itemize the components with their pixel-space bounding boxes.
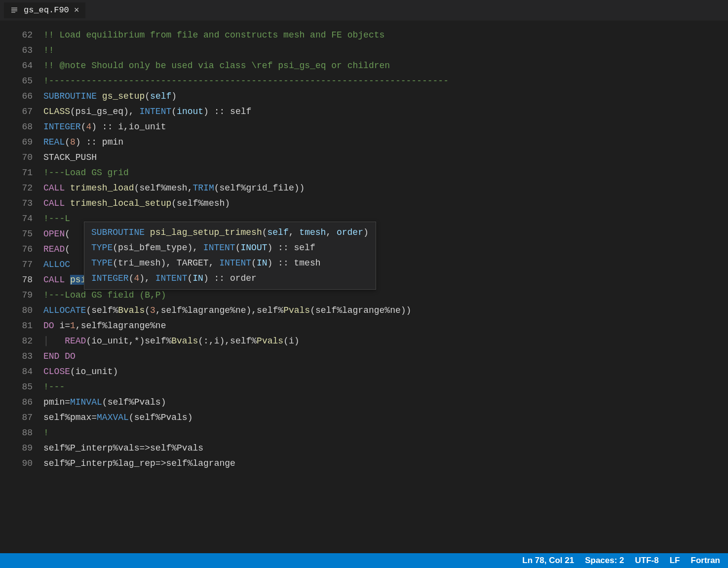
line-number: 68 bbox=[0, 119, 33, 135]
line-number: 83 bbox=[0, 349, 33, 364]
code-line[interactable]: self%pmax=MAXVAL(self%Pvals) bbox=[43, 410, 728, 425]
code-line[interactable]: │ READ(io_unit,*)self%Bvals(:,i),self%Pv… bbox=[43, 334, 728, 349]
line-number: 84 bbox=[0, 364, 33, 379]
code-line[interactable]: CALL trimesh_load(self%mesh,TRIM(self%gr… bbox=[43, 181, 728, 196]
code-line[interactable]: !! bbox=[43, 43, 728, 58]
code-line[interactable]: ! bbox=[43, 425, 728, 441]
line-number: 81 bbox=[0, 318, 33, 334]
code-line[interactable]: !--- bbox=[43, 379, 728, 395]
line-number: 63 bbox=[0, 43, 33, 58]
status-eol[interactable]: LF bbox=[670, 556, 680, 566]
code-line[interactable]: END DO bbox=[43, 349, 728, 364]
status-indentation[interactable]: Spaces: 2 bbox=[585, 556, 624, 566]
tooltip-line: SUBROUTINE psi_lag_setup_trimesh(self, t… bbox=[91, 225, 369, 240]
line-number: 80 bbox=[0, 303, 33, 318]
code-line[interactable]: pmin=MINVAL(self%Pvals) bbox=[43, 395, 728, 410]
line-number: 70 bbox=[0, 150, 33, 165]
line-number: 76 bbox=[0, 242, 33, 257]
line-number: 72 bbox=[0, 181, 33, 196]
code-line[interactable]: DO i=1,self%lagrange%ne bbox=[43, 318, 728, 334]
code-line[interactable]: CLOSE(io_unit) bbox=[43, 364, 728, 379]
code-line[interactable]: REAL(8) :: pmin bbox=[43, 135, 728, 150]
line-number: 86 bbox=[0, 395, 33, 410]
editor-area[interactable]: 6263646566676869707172737475767778798081… bbox=[0, 21, 728, 553]
line-number: 75 bbox=[0, 227, 33, 242]
tooltip-line: TYPE(psi_bfem_type), INTENT(INOUT) :: se… bbox=[91, 240, 369, 256]
code-line[interactable]: CALL trimesh_local_setup(self%mesh) bbox=[43, 196, 728, 211]
signature-tooltip: SUBROUTINE psi_lag_setup_trimesh(self, t… bbox=[84, 222, 376, 290]
code-line[interactable]: STACK_PUSH bbox=[43, 150, 728, 165]
code-line[interactable]: !---Load GS grid bbox=[43, 165, 728, 181]
line-number: 90 bbox=[0, 456, 33, 471]
tab-bar: gs_eq.F90 × bbox=[0, 0, 728, 21]
line-number: 87 bbox=[0, 410, 33, 425]
status-encoding[interactable]: UTF-8 bbox=[635, 556, 659, 566]
line-number: 82 bbox=[0, 334, 33, 349]
tooltip-line: INTEGER(4), INTENT(IN) :: order bbox=[91, 271, 369, 286]
line-number-gutter: 6263646566676869707172737475767778798081… bbox=[0, 28, 43, 553]
code-line[interactable]: !---Load GS field (B,P) bbox=[43, 288, 728, 303]
line-number: 85 bbox=[0, 379, 33, 395]
code-line[interactable]: self%P_interp%vals=>self%Pvals bbox=[43, 441, 728, 456]
line-number: 73 bbox=[0, 196, 33, 211]
tab-active[interactable]: gs_eq.F90 × bbox=[4, 2, 85, 18]
code-line[interactable]: !! Load equilibrium from file and constr… bbox=[43, 28, 728, 43]
line-number: 65 bbox=[0, 74, 33, 89]
status-language[interactable]: Fortran bbox=[691, 556, 721, 566]
code-line[interactable]: INTEGER(4) :: i,io_unit bbox=[43, 119, 728, 135]
code-line[interactable]: !---------------------------------------… bbox=[43, 74, 728, 89]
line-number: 66 bbox=[0, 89, 33, 104]
code-line[interactable]: CLASS(psi_gs_eq), INTENT(inout) :: self bbox=[43, 104, 728, 119]
line-number: 89 bbox=[0, 441, 33, 456]
code-line[interactable]: self%P_interp%lag_rep=>self%lagrange bbox=[43, 456, 728, 471]
code-line[interactable]: !! @note Should only be used via class \… bbox=[43, 58, 728, 74]
status-bar: Ln 78, Col 21 Spaces: 2 UTF-8 LF Fortran bbox=[0, 553, 728, 568]
line-number: 64 bbox=[0, 58, 33, 74]
line-number: 79 bbox=[0, 288, 33, 303]
line-number: 74 bbox=[0, 211, 33, 227]
file-icon bbox=[10, 6, 19, 15]
line-number: 78 bbox=[0, 272, 33, 288]
line-number: 88 bbox=[0, 425, 33, 441]
close-icon[interactable]: × bbox=[74, 5, 79, 15]
line-number: 69 bbox=[0, 135, 33, 150]
line-number: 62 bbox=[0, 28, 33, 43]
line-number: 71 bbox=[0, 165, 33, 181]
tab-filename: gs_eq.F90 bbox=[24, 5, 69, 15]
code-line[interactable]: SUBROUTINE gs_setup(self) bbox=[43, 89, 728, 104]
status-position[interactable]: Ln 78, Col 21 bbox=[522, 556, 574, 566]
tooltip-line: TYPE(tri_mesh), TARGET, INTENT(IN) :: tm… bbox=[91, 256, 369, 271]
line-number: 67 bbox=[0, 104, 33, 119]
code-content[interactable]: !! Load equilibrium from file and constr… bbox=[43, 28, 728, 553]
line-number: 77 bbox=[0, 257, 33, 272]
code-line[interactable]: ALLOCATE(self%Bvals(3,self%lagrange%ne),… bbox=[43, 303, 728, 318]
